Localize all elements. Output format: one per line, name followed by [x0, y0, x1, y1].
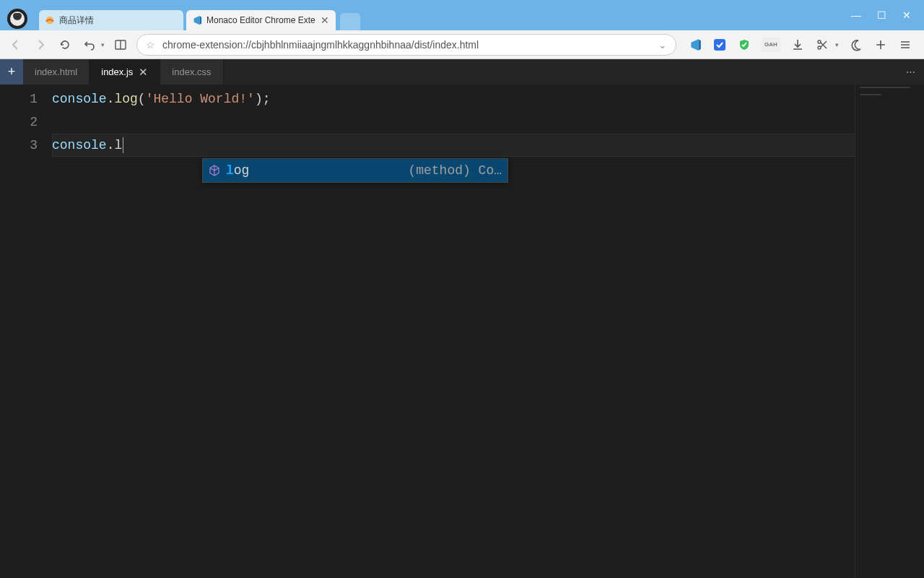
- vscode-icon: [192, 15, 202, 25]
- line-number: 2: [0, 111, 38, 134]
- svg-point-4: [818, 40, 821, 43]
- autocomplete-item[interactable]: log (method) Co…: [203, 159, 507, 182]
- autocomplete-popup[interactable]: log (method) Co…: [202, 158, 508, 183]
- close-window-button[interactable]: ✕: [902, 9, 911, 21]
- chevron-down-icon[interactable]: ▾: [101, 41, 105, 48]
- address-bar[interactable]: ☆ chrome-extension://cbjhbhlnmiiaajngmlh…: [136, 34, 676, 56]
- svg-point-5: [818, 46, 821, 49]
- extension-icons: GAH ▾: [684, 38, 917, 52]
- editor-tab[interactable]: index.html: [23, 59, 90, 85]
- url-text: chrome-extension://cbjhbhlnmiiaajngmlhkk…: [162, 39, 651, 51]
- blue-badge-icon[interactable]: [712, 38, 727, 52]
- browser-tab-title: Monaco Editor Chrome Exte: [206, 15, 315, 25]
- back-button[interactable]: [7, 36, 25, 53]
- scissors-icon[interactable]: [815, 38, 829, 52]
- gah-badge-icon[interactable]: GAH: [762, 38, 780, 52]
- favicon-icon: [45, 15, 55, 25]
- code-line-current: console.l: [52, 134, 924, 157]
- svg-rect-3: [714, 39, 725, 51]
- close-icon[interactable]: ✕: [139, 66, 148, 79]
- minimize-button[interactable]: —: [851, 9, 861, 21]
- maximize-button[interactable]: ☐: [877, 9, 886, 21]
- reading-list-button[interactable]: [112, 36, 129, 53]
- editor-tab-label: index.css: [172, 66, 211, 77]
- window-controls: — ☐ ✕: [838, 1, 924, 29]
- browser-toolbar: ▾ ☆ chrome-extension://cbjhbhlnmiiaajngm…: [0, 30, 924, 59]
- moon-icon[interactable]: [849, 38, 863, 52]
- reload-button[interactable]: [56, 36, 74, 53]
- plus-icon[interactable]: [873, 38, 888, 52]
- code-line: console.log('Hello World!');: [52, 87, 924, 111]
- editor-tab-label: index.js: [101, 66, 133, 77]
- menu-icon[interactable]: [898, 38, 912, 52]
- editor-tabstrip: + index.html index.js ✕ index.css ⋯: [0, 59, 924, 85]
- window-titlebar: [0, 0, 924, 9]
- text-cursor: [123, 137, 123, 153]
- editor-more-button[interactable]: ⋯: [897, 59, 924, 85]
- new-file-button[interactable]: +: [0, 59, 23, 85]
- editor-body[interactable]: 1 2 3 console.log('Hello World!'); conso…: [0, 85, 924, 578]
- chevron-down-icon[interactable]: ⌄: [658, 39, 667, 51]
- minimap[interactable]: [855, 85, 924, 578]
- browser-tab-inactive[interactable]: 商品详情: [39, 10, 183, 30]
- browser-tab-title: 商品详情: [59, 14, 178, 27]
- vscode-extension-icon[interactable]: [688, 38, 702, 52]
- profile-avatar[interactable]: [7, 9, 27, 29]
- line-number: 3: [0, 134, 38, 157]
- browser-tab-active[interactable]: Monaco Editor Chrome Exte ✕: [186, 10, 336, 30]
- bookmark-star-icon[interactable]: ☆: [146, 39, 155, 51]
- shield-icon[interactable]: [737, 38, 751, 52]
- autocomplete-detail: (method) Co…: [408, 159, 502, 182]
- browser-tabstrip: 商品详情 Monaco Editor Chrome Exte ✕ — ☐ ✕: [0, 9, 924, 30]
- code-content[interactable]: console.log('Hello World!'); console.l l…: [52, 85, 924, 578]
- download-icon[interactable]: [790, 38, 805, 52]
- code-line: [52, 111, 924, 134]
- editor-tab-label: index.html: [35, 66, 77, 77]
- editor-container: + index.html index.js ✕ index.css ⋯ 1 2 …: [0, 59, 924, 578]
- new-tab-button[interactable]: [340, 13, 360, 30]
- forward-button[interactable]: [32, 36, 49, 53]
- editor-tab-active[interactable]: index.js ✕: [90, 59, 160, 85]
- undo-close-button[interactable]: [81, 36, 98, 53]
- line-number-gutter: 1 2 3: [0, 85, 52, 578]
- method-icon: [209, 165, 220, 176]
- autocomplete-label: log: [226, 159, 249, 182]
- close-icon[interactable]: ✕: [320, 15, 330, 25]
- line-number: 1: [0, 87, 38, 111]
- editor-tab[interactable]: index.css: [160, 59, 223, 85]
- chevron-down-icon[interactable]: ▾: [835, 41, 839, 48]
